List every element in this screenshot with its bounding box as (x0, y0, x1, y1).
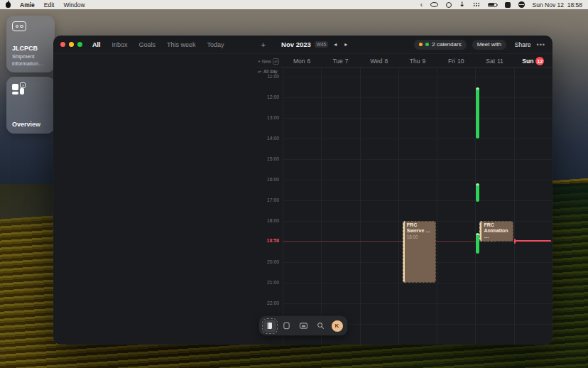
hour-label-1200: 12:00 (267, 94, 279, 99)
apple-menu-icon[interactable] (6, 2, 11, 8)
meet-with-button[interactable]: Meet with (472, 40, 506, 50)
event-time: 18:00 (484, 240, 511, 242)
app-square-icon[interactable] (505, 2, 511, 8)
menu-bar-left: Amie Edit Window (6, 1, 85, 9)
time-gutter: ⇄ All day 11:0012:0013:0014:0015:0016:00… (256, 67, 283, 345)
day-column-wed[interactable] (360, 67, 398, 345)
more-options-button[interactable]: ••• (537, 41, 545, 48)
menu-app-name[interactable]: Amie (20, 1, 35, 9)
search-button[interactable] (315, 320, 327, 332)
chevron-left-icon[interactable]: ‹ (420, 1, 423, 9)
day-name: Fri (448, 58, 455, 65)
battery-icon[interactable] (488, 3, 497, 7)
all-day-label: All day (263, 69, 278, 74)
day-name: Sun (522, 58, 533, 65)
hour-label-1100: 11:00 (267, 74, 279, 79)
hour-label-1600: 16:00 (267, 177, 279, 182)
menu-window[interactable]: Window (63, 1, 85, 9)
tab-goals[interactable]: Goals (139, 41, 156, 48)
week-number-badge: W45 (315, 41, 328, 48)
book-icon (266, 322, 273, 330)
tab-inbox[interactable]: Inbox (112, 41, 128, 48)
day-number: 10 (457, 58, 464, 65)
next-week-button[interactable]: ▸ (342, 41, 349, 48)
close-window-button[interactable] (60, 42, 65, 47)
usb-icon[interactable]: ⇣ (459, 1, 465, 8)
event-title: FRC Animation … (484, 222, 511, 239)
hour-label-1800: 18:00 (267, 218, 279, 223)
day-header-wed-8[interactable]: Wed8 (360, 55, 398, 67)
calendars-filter-button[interactable]: 2 calendars (414, 40, 466, 50)
hour-label-1500: 15:00 (267, 156, 279, 161)
inbox-icon (299, 322, 308, 330)
day-headers: Mon6Tue7Wed8Thu9Fri10Sat11Sun12 (283, 55, 552, 67)
circle-icon[interactable] (446, 2, 452, 8)
sync-circle-icon[interactable] (518, 1, 525, 8)
tab-this-week[interactable]: This week (167, 41, 196, 48)
plus-icon: + (258, 59, 261, 64)
notification-widget[interactable]: JLCPCB Shipment information recei… (6, 16, 55, 72)
tab-today[interactable]: Today (207, 41, 224, 48)
day-columns[interactable]: FRC Swerve …18:00FRC Animation …18:00 (283, 67, 552, 345)
inbox-view-button[interactable] (298, 320, 310, 332)
return-key-icon: ⏎ (273, 58, 279, 65)
hour-label-2200: 22:00 (267, 301, 279, 305)
day-number: 9 (422, 58, 425, 65)
day-header-thu-9[interactable]: Thu9 (398, 55, 437, 67)
menu-edit[interactable]: Edit (44, 1, 55, 9)
current-time-label: 18:58 (267, 238, 279, 243)
tab-all[interactable]: All (92, 41, 101, 48)
day-column-fri[interactable] (437, 67, 475, 345)
day-header-fri-10[interactable]: Fri10 (437, 55, 475, 67)
day-number: 6 (307, 58, 311, 65)
busy-event-pill-2[interactable] (476, 183, 479, 202)
busy-event-pill-1[interactable] (476, 87, 479, 139)
week-time-grid: ⇄ All day 11:0012:0013:0014:0015:0016:00… (256, 67, 552, 345)
view-tabs: AllInboxGoalsThis weekToday (92, 41, 224, 48)
event-title: FRC Swerve … (407, 222, 435, 234)
menubar-clock[interactable]: Sun Nov 12 18:58 (533, 1, 582, 9)
topbar-actions: 2 calendars Meet with Share ••• (414, 40, 545, 50)
day-column-sun[interactable] (514, 67, 552, 345)
new-event-button[interactable]: + New ⏎ (256, 55, 283, 67)
keyboard-grid-icon[interactable] (473, 2, 480, 7)
new-event-label: New (262, 59, 271, 64)
day-column-mon[interactable] (283, 67, 321, 345)
amie-calendar-window: AllInboxGoalsThis weekToday + Nov 2023 W… (53, 36, 552, 345)
day-column-sat[interactable] (475, 67, 513, 345)
user-avatar[interactable]: K (332, 320, 343, 332)
tasks-view-button[interactable] (281, 320, 293, 332)
minimize-window-button[interactable] (69, 42, 74, 47)
hour-label-2000: 20:00 (267, 259, 279, 264)
all-day-row-label[interactable]: ⇄ All day (258, 69, 278, 74)
calendars-filter-label: 2 calendars (432, 41, 461, 48)
day-header-mon-6[interactable]: Mon6 (283, 55, 321, 67)
event-1[interactable]: FRC Swerve …18:00 (403, 221, 436, 283)
hour-label-1300: 13:00 (267, 115, 279, 120)
oval-icon[interactable] (430, 2, 438, 7)
zoom-window-button[interactable] (77, 42, 82, 47)
day-column-tue[interactable] (321, 67, 359, 345)
day-header-tue-7[interactable]: Tue7 (321, 55, 359, 67)
day-header-row: + New ⏎ Mon6Tue7Wed8Thu9Fri10Sat11Sun12 (256, 55, 552, 67)
day-number: 7 (345, 58, 349, 65)
window-topbar: AllInboxGoalsThis weekToday + Nov 2023 W… (53, 36, 552, 54)
share-button[interactable]: Share (515, 41, 531, 48)
day-name: Sat (486, 58, 495, 65)
prev-week-button[interactable]: ◂ (332, 41, 339, 48)
calendar-view-button[interactable] (263, 320, 276, 332)
add-tab-button[interactable]: + (261, 40, 266, 49)
day-column-thu[interactable] (398, 67, 437, 345)
window-controls (60, 42, 82, 47)
overview-widget[interactable]: ↗ Overview (6, 77, 55, 134)
day-name: Thu (410, 58, 420, 65)
overview-widget-label: Overview (12, 121, 49, 128)
day-name: Wed (370, 58, 382, 65)
notification-app-name: JLCPCB (12, 45, 49, 52)
square-icon (283, 322, 290, 330)
notification-app-icon (12, 21, 26, 31)
notification-message: Shipment information recei… (12, 53, 49, 67)
day-header-sun-12[interactable]: Sun12 (514, 55, 552, 67)
event-2[interactable]: FRC Animation …18:00 (479, 221, 513, 242)
day-header-sat-11[interactable]: Sat11 (475, 55, 513, 67)
